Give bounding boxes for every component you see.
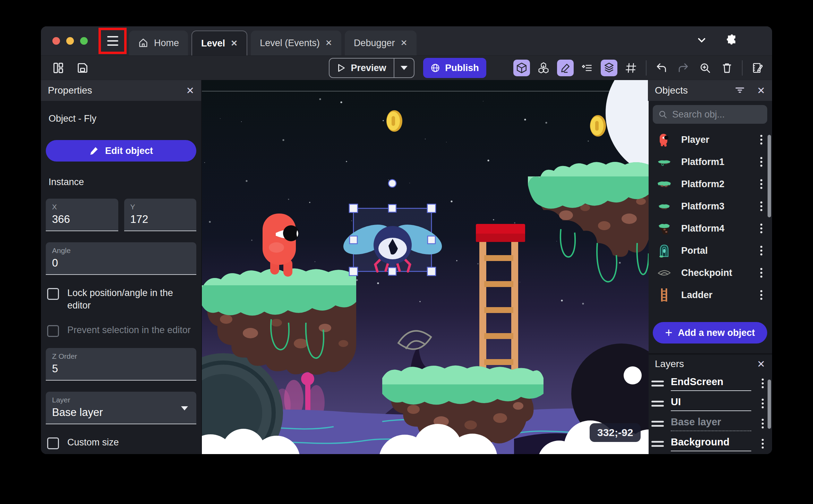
extensions-puzzle-icon[interactable] bbox=[726, 34, 738, 48]
preview-dropdown-button[interactable] bbox=[394, 59, 414, 77]
object-menu-kebab-icon[interactable] bbox=[760, 183, 762, 185]
gdevelop-window: Home Level ✕ Level (Events) ✕ Debugger ✕ bbox=[41, 26, 772, 454]
undo-icon[interactable] bbox=[653, 60, 670, 76]
toggle-panels-icon[interactable] bbox=[50, 60, 67, 76]
platform3-thumbnail bbox=[656, 198, 672, 214]
tab-strip: Home Level ✕ Level (Events) ✕ Debugger ✕ bbox=[129, 31, 417, 55]
drag-handle-icon[interactable] bbox=[651, 421, 664, 427]
properties-title: Properties bbox=[48, 85, 186, 96]
x-position-field[interactable]: X 366 bbox=[46, 199, 118, 231]
objects-title: Objects bbox=[655, 85, 734, 96]
instance-heading: Instance bbox=[49, 177, 194, 188]
layer-select[interactable]: Layer Base layer bbox=[46, 392, 196, 424]
object-menu-kebab-icon[interactable] bbox=[760, 250, 762, 252]
close-icon[interactable]: ✕ bbox=[186, 85, 194, 96]
object-menu-kebab-icon[interactable] bbox=[760, 272, 762, 274]
lock-position-checkbox[interactable] bbox=[47, 288, 59, 300]
layers-scrollbar[interactable] bbox=[768, 380, 771, 429]
tab-debugger[interactable]: Debugger ✕ bbox=[345, 31, 417, 55]
plus-icon: + bbox=[665, 327, 672, 339]
scene-canvas[interactable]: 332;-92 bbox=[201, 80, 648, 454]
object-item-platform3[interactable]: Platform3 bbox=[648, 195, 772, 217]
object-menu-kebab-icon[interactable] bbox=[760, 205, 762, 207]
layer-name: EndScreen bbox=[671, 376, 724, 387]
filter-icon[interactable] bbox=[734, 84, 745, 97]
object-menu-kebab-icon[interactable] bbox=[760, 227, 762, 229]
prevent-selection-checkbox[interactable] bbox=[47, 325, 59, 337]
more-kebab-icon[interactable] bbox=[756, 38, 763, 44]
play-icon bbox=[337, 63, 346, 72]
close-window-button[interactable] bbox=[52, 37, 60, 45]
globe-icon bbox=[430, 63, 440, 73]
object-item-checkpoint[interactable]: Checkpoint bbox=[648, 262, 772, 284]
layer-menu-kebab-icon[interactable] bbox=[762, 382, 764, 384]
instances-cubes-icon[interactable] bbox=[535, 60, 552, 76]
objects-mode-cube-icon[interactable] bbox=[513, 60, 530, 76]
layer-row-endscreen[interactable]: EndScreen bbox=[648, 373, 772, 393]
close-icon[interactable]: ✕ bbox=[757, 358, 765, 370]
chevron-down-icon[interactable] bbox=[696, 34, 708, 47]
close-tab-icon[interactable]: ✕ bbox=[325, 38, 332, 48]
object-label: Portal bbox=[681, 245, 748, 256]
object-label: Player bbox=[681, 134, 748, 145]
object-search-input[interactable] bbox=[672, 109, 762, 120]
zoom-in-icon[interactable] bbox=[697, 60, 713, 76]
x-label: X bbox=[52, 203, 112, 211]
tab-level[interactable]: Level ✕ bbox=[191, 31, 247, 55]
object-menu-kebab-icon[interactable] bbox=[760, 139, 762, 141]
instance-properties-icon[interactable] bbox=[579, 60, 596, 76]
publish-label: Publish bbox=[445, 63, 479, 73]
object-search-box[interactable] bbox=[653, 105, 767, 124]
properties-header: Properties ✕ bbox=[41, 80, 201, 101]
z-order-value: 5 bbox=[52, 363, 190, 375]
object-menu-kebab-icon[interactable] bbox=[760, 294, 762, 296]
layer-row-background[interactable]: Background bbox=[648, 434, 772, 454]
cursor-coordinates-badge: 332;-92 bbox=[590, 423, 641, 442]
minimize-window-button[interactable] bbox=[66, 37, 74, 45]
drag-handle-icon[interactable] bbox=[651, 381, 664, 386]
main-menu-button[interactable] bbox=[107, 36, 118, 46]
layer-menu-kebab-icon[interactable] bbox=[762, 443, 764, 445]
object-item-portal[interactable]: Portal bbox=[648, 240, 772, 262]
drag-handle-icon[interactable] bbox=[651, 401, 664, 407]
object-item-platform2[interactable]: Platform2 bbox=[648, 173, 772, 195]
redo-icon[interactable] bbox=[675, 60, 692, 76]
tab-level-events[interactable]: Level (Events) ✕ bbox=[251, 31, 341, 55]
edit-object-button[interactable]: Edit object bbox=[46, 140, 196, 162]
edit-scene-notes-icon[interactable] bbox=[749, 60, 766, 76]
drag-handle-icon[interactable] bbox=[651, 441, 664, 447]
close-tab-icon[interactable]: ✕ bbox=[400, 38, 407, 48]
platform4-thumbnail bbox=[656, 220, 672, 236]
objects-scrollbar[interactable] bbox=[768, 135, 771, 217]
zoom-window-button[interactable] bbox=[80, 37, 88, 45]
angle-field[interactable]: Angle 0 bbox=[46, 242, 196, 275]
titlebar: Home Level ✕ Level (Events) ✕ Debugger ✕ bbox=[41, 26, 772, 55]
object-item-platform4[interactable]: Platform4 bbox=[648, 217, 772, 240]
add-object-button[interactable]: + Add a new object bbox=[653, 322, 767, 344]
menu-highlight-box bbox=[99, 28, 127, 54]
grid-icon[interactable] bbox=[623, 60, 639, 76]
save-icon[interactable] bbox=[74, 60, 91, 76]
object-item-platform1[interactable]: Platform1 bbox=[648, 151, 772, 173]
close-icon[interactable]: ✕ bbox=[757, 85, 765, 96]
layer-name: Base layer bbox=[671, 416, 721, 427]
custom-size-checkbox[interactable] bbox=[47, 437, 59, 449]
layers-icon[interactable] bbox=[601, 60, 617, 76]
layer-menu-kebab-icon[interactable] bbox=[762, 402, 764, 405]
z-order-field[interactable]: Z Order 5 bbox=[46, 348, 196, 381]
delete-trash-icon[interactable] bbox=[719, 60, 735, 76]
object-item-ladder[interactable]: Ladder bbox=[648, 284, 772, 306]
layer-label: Layer bbox=[52, 396, 190, 404]
layer-row-base-layer[interactable]: Base layer bbox=[648, 414, 772, 434]
preview-button[interactable]: Preview bbox=[329, 58, 414, 78]
layer-menu-kebab-icon[interactable] bbox=[762, 423, 764, 425]
object-item-player[interactable]: Player bbox=[648, 129, 772, 151]
objects-header: Objects ✕ bbox=[648, 80, 772, 101]
close-tab-icon[interactable]: ✕ bbox=[231, 38, 238, 48]
y-position-field[interactable]: Y 172 bbox=[124, 199, 197, 231]
layer-row-ui[interactable]: UI bbox=[648, 393, 772, 414]
object-menu-kebab-icon[interactable] bbox=[760, 161, 762, 163]
tab-home[interactable]: Home bbox=[129, 31, 188, 55]
publish-button[interactable]: Publish bbox=[423, 58, 486, 78]
edit-pencil-icon[interactable] bbox=[557, 60, 574, 76]
